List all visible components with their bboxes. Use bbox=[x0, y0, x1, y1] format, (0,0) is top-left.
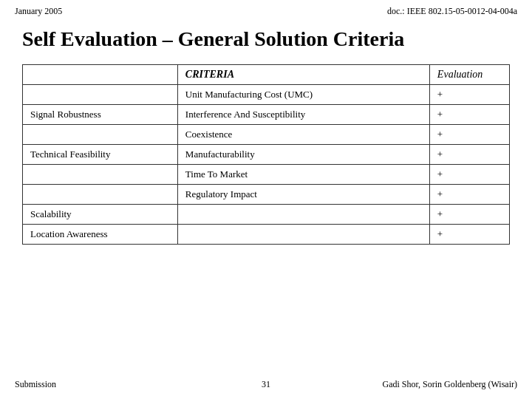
table-row: Scalability+ bbox=[23, 205, 510, 225]
col-header-eval: Evaluation bbox=[429, 65, 509, 85]
cell-criteria: Unit Manufacturing Cost (UMC) bbox=[177, 85, 429, 105]
cell-category bbox=[23, 165, 178, 185]
page-title: Self Evaluation – General Solution Crite… bbox=[0, 20, 532, 64]
table-header-row: CRITERIA Evaluation bbox=[23, 65, 510, 85]
cell-eval: + bbox=[429, 205, 509, 225]
cell-category: Location Awareness bbox=[23, 225, 178, 245]
cell-eval: + bbox=[429, 85, 509, 105]
cell-eval: + bbox=[429, 105, 509, 125]
cell-criteria: Coexistence bbox=[177, 125, 429, 145]
cell-eval: + bbox=[429, 165, 509, 185]
criteria-table-container: CRITERIA Evaluation Unit Manufacturing C… bbox=[0, 64, 532, 245]
table-row: Unit Manufacturing Cost (UMC)+ bbox=[23, 85, 510, 105]
table-row: Technical FeasibilityManufacturability+ bbox=[23, 145, 510, 165]
cell-category bbox=[23, 185, 178, 205]
header-date: January 2005 bbox=[15, 6, 62, 17]
table-row: Coexistence+ bbox=[23, 125, 510, 145]
cell-criteria: Regulatory Impact bbox=[177, 185, 429, 205]
table-row: Signal RobustnessInterference And Suscep… bbox=[23, 105, 510, 125]
footer-left: Submission bbox=[15, 379, 56, 390]
footer-center: 31 bbox=[262, 379, 270, 390]
cell-criteria bbox=[177, 205, 429, 225]
cell-category: Signal Robustness bbox=[23, 105, 178, 125]
cell-eval: + bbox=[429, 125, 509, 145]
col-header-criteria: CRITERIA bbox=[177, 65, 429, 85]
criteria-table: CRITERIA Evaluation Unit Manufacturing C… bbox=[22, 64, 510, 245]
cell-eval: + bbox=[429, 185, 509, 205]
table-row: Regulatory Impact+ bbox=[23, 185, 510, 205]
cell-criteria bbox=[177, 225, 429, 245]
cell-criteria: Manufacturability bbox=[177, 145, 429, 165]
cell-eval: + bbox=[429, 145, 509, 165]
col-header-category bbox=[23, 65, 178, 85]
table-row: Location Awareness+ bbox=[23, 225, 510, 245]
cell-criteria: Time To Market bbox=[177, 165, 429, 185]
cell-category: Scalability bbox=[23, 205, 178, 225]
footer-right: Gadi Shor, Sorin Goldenberg (Wisair) bbox=[383, 379, 517, 390]
cell-criteria: Interference And Susceptibility bbox=[177, 105, 429, 125]
page-header: January 2005 doc.: IEEE 802.15-05-0012-0… bbox=[0, 0, 532, 20]
cell-eval: + bbox=[429, 225, 509, 245]
cell-category: Technical Feasibility bbox=[23, 145, 178, 165]
cell-category bbox=[23, 125, 178, 145]
cell-category bbox=[23, 85, 178, 105]
table-row: Time To Market+ bbox=[23, 165, 510, 185]
header-doc: doc.: IEEE 802.15-05-0012-04-004a bbox=[387, 6, 517, 17]
